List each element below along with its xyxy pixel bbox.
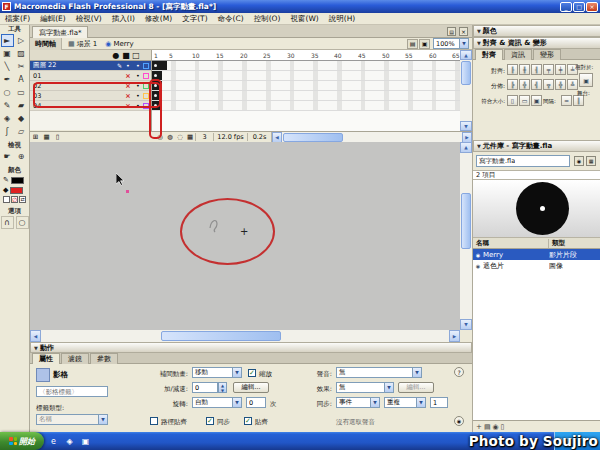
scroll-thumb[interactable] <box>461 193 471 249</box>
quick-launch-flash-icon[interactable]: ▣ <box>79 435 92 448</box>
distribute-button[interactable]: ╬ <box>555 79 566 90</box>
lock-toggle[interactable]: • <box>133 72 143 80</box>
stage-vscrollbar[interactable]: ▲ ▼ <box>460 142 472 330</box>
help-icon[interactable]: ? <box>454 367 464 377</box>
menu-item-insert[interactable]: 插入(I) <box>107 13 140 24</box>
align-button[interactable]: ╟ <box>507 64 518 75</box>
frame-row[interactable] <box>152 81 460 91</box>
layer-row[interactable]: 03 × • <box>30 91 151 101</box>
document-close-button[interactable]: × <box>459 27 468 36</box>
distribute-button[interactable]: ╬ <box>519 79 530 90</box>
document-tab[interactable]: 寫字動畫.fla* <box>32 26 88 38</box>
scroll-down-button[interactable]: ▼ <box>460 121 472 131</box>
snap-path-checkbox[interactable] <box>150 417 158 425</box>
tab-transform[interactable]: 變形 <box>533 49 561 60</box>
visibility-toggle[interactable]: × <box>123 102 133 110</box>
scene-breadcrumb[interactable]: 場景 1 <box>77 39 98 49</box>
snap-option-button[interactable]: ∩ <box>1 216 14 229</box>
pencil-tool[interactable]: ✎ <box>1 99 14 112</box>
delete-layer-icon[interactable]: ▯ <box>52 133 63 141</box>
match-size-button[interactable]: ▭ <box>519 95 530 106</box>
library-panel-header[interactable]: ▼ 元件庫 - 寫字動畫.fla <box>473 140 600 152</box>
start-button[interactable]: 開始 <box>0 432 44 450</box>
symbol-breadcrumb[interactable]: Merry <box>113 40 133 48</box>
menu-item-control[interactable]: 控制(O) <box>249 13 286 24</box>
tween-select[interactable]: 移動 ▼ <box>192 367 242 378</box>
distribute-button[interactable]: ╣ <box>531 79 542 90</box>
actions-panel-header[interactable]: ▼ 動作 <box>30 342 472 353</box>
eye-icon[interactable]: ● <box>111 51 121 60</box>
visibility-toggle[interactable]: × <box>123 82 133 90</box>
stage-hscrollbar[interactable]: ◀ ▶ <box>30 330 460 342</box>
visibility-toggle[interactable]: × <box>123 72 133 80</box>
align-button[interactable]: ╫ <box>519 64 530 75</box>
lock-toggle[interactable]: • <box>133 102 143 110</box>
stroke-color-swatch[interactable] <box>11 177 24 184</box>
lock-toggle[interactable]: • <box>133 62 143 70</box>
ease-input[interactable] <box>192 382 218 393</box>
new-folder-button[interactable]: ▤ <box>484 423 491 431</box>
repeat-count-input[interactable] <box>430 397 448 408</box>
visibility-toggle[interactable]: × <box>123 92 133 100</box>
frame-row[interactable] <box>152 71 460 81</box>
outline-color-swatch[interactable] <box>143 83 149 89</box>
sync-checkbox[interactable]: ✓ <box>206 417 214 425</box>
layer-row[interactable]: 圖層 22 ✎ • • <box>30 61 151 71</box>
align-button[interactable]: ╪ <box>555 64 566 75</box>
timeline-vscrollbar[interactable]: ▲ ▼ <box>460 50 472 131</box>
scroll-right-button[interactable]: ▶ <box>462 132 472 143</box>
frames-grid[interactable] <box>152 61 460 111</box>
close-button[interactable]: × <box>586 2 598 12</box>
delete-item-button[interactable]: ▯ <box>501 423 505 431</box>
edit-symbol-button[interactable]: ▣ <box>419 39 430 49</box>
distribute-button[interactable]: ╩ <box>567 79 578 90</box>
menu-item-view[interactable]: 檢視(V) <box>71 13 107 24</box>
column-header-name[interactable]: 名稱 <box>473 239 549 248</box>
tab-filters[interactable]: 濾鏡 <box>61 353 89 364</box>
outline-color-swatch[interactable] <box>143 93 149 99</box>
effect-edit-button[interactable]: 編輯... <box>398 382 434 393</box>
library-item[interactable]: ◉ Merry 影片片段 <box>473 249 600 260</box>
distribute-button[interactable]: ╦ <box>543 79 554 90</box>
fill-color-swatch[interactable] <box>10 187 23 194</box>
eyedropper-tool[interactable]: ʃ <box>1 125 14 138</box>
rotate-count-input[interactable] <box>246 397 266 408</box>
subselection-tool[interactable]: ▷ <box>15 34 28 47</box>
zoom-tool[interactable]: ⊕ <box>15 150 28 163</box>
outline-color-swatch[interactable] <box>143 73 149 79</box>
oval-tool[interactable]: ○ <box>1 86 14 99</box>
scroll-up-button[interactable]: ▲ <box>460 50 472 60</box>
quick-launch-browser-icon[interactable]: e <box>47 435 60 448</box>
tab-properties[interactable]: 屬性 <box>32 353 60 364</box>
label-type-select[interactable]: 名稱 ▼ <box>36 414 108 425</box>
gradient-transform-tool[interactable]: ▨ <box>15 47 28 60</box>
scroll-left-button[interactable]: ◀ <box>30 330 41 342</box>
scroll-thumb[interactable] <box>461 61 471 85</box>
new-library-window-icon[interactable]: ▦ <box>586 156 596 166</box>
frame-row[interactable] <box>152 101 460 111</box>
default-colors-button[interactable] <box>3 196 10 203</box>
scroll-up-button[interactable]: ▲ <box>460 142 472 153</box>
menu-item-edit[interactable]: 編輯(E) <box>35 13 71 24</box>
pen-tool[interactable]: ✒ <box>1 73 14 86</box>
panel-maximize-icon[interactable]: ▤ <box>447 27 456 36</box>
match-size-button[interactable]: ▣ <box>531 95 542 106</box>
menu-item-commands[interactable]: 命令(C) <box>213 13 249 24</box>
paint-bucket-tool[interactable]: ◆ <box>15 112 28 125</box>
onion-skin-icon[interactable]: ◍ <box>165 133 175 141</box>
brush-tool[interactable]: ▰ <box>15 99 28 112</box>
hand-tool[interactable]: ☛ <box>1 150 14 163</box>
stage[interactable]: + <box>30 142 460 330</box>
lock-toggle[interactable]: • <box>133 82 143 90</box>
zoom-select[interactable]: 100% ▼ <box>433 38 469 49</box>
scale-checkbox[interactable]: ✓ <box>248 369 256 377</box>
line-tool[interactable]: ╲ <box>1 60 14 73</box>
item-properties-button[interactable]: ◉ <box>493 423 499 431</box>
new-symbol-button[interactable]: + <box>476 423 482 431</box>
align-panel-header[interactable]: ▼ 對齊 & 資訊 & 變形 <box>473 37 600 49</box>
add-folder-icon[interactable]: ▦ <box>41 133 52 141</box>
layer-row[interactable]: 01 × • <box>30 71 151 81</box>
library-doc-select[interactable]: 寫字動畫.fla <box>476 155 570 167</box>
frame-rate-display[interactable]: 12.0 fps <box>213 133 247 141</box>
free-transform-tool[interactable]: ▣ <box>1 47 14 60</box>
